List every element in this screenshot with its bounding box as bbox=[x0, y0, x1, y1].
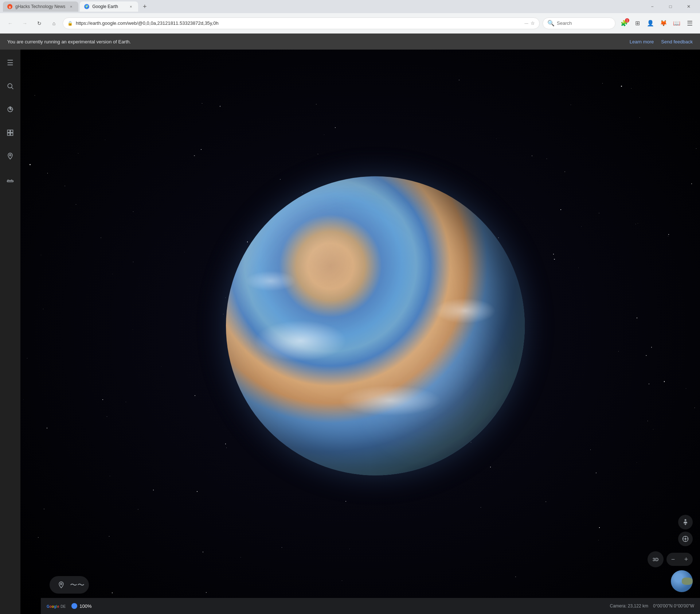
zoom-out-button[interactable]: − bbox=[666, 553, 680, 566]
svg-point-13 bbox=[60, 583, 62, 584]
home-button[interactable]: ⌂ bbox=[48, 18, 60, 29]
bottom-toolbar: 〜〜 bbox=[50, 576, 89, 594]
sidebar-places-button[interactable] bbox=[3, 149, 17, 163]
new-tab-button[interactable]: + bbox=[140, 1, 150, 12]
mini-globe-land bbox=[682, 578, 693, 585]
window-controls: − □ ✕ bbox=[644, 1, 697, 12]
browser-frame: g gHacks Technology News × 🌍 Google Eart… bbox=[0, 0, 700, 614]
earth-clouds bbox=[226, 176, 525, 475]
route-tool-button[interactable]: 〜〜 bbox=[71, 579, 83, 591]
url-bar[interactable]: 🔒 https://earth.google.com/web/@0,0,0a,2… bbox=[63, 18, 540, 29]
svg-point-18 bbox=[685, 538, 686, 539]
search-input[interactable]: Search bbox=[557, 20, 572, 26]
right-controls: 3D − + bbox=[648, 515, 693, 592]
svg-point-7 bbox=[9, 154, 11, 156]
notification-message: You are currently running an experimenta… bbox=[7, 39, 622, 44]
svg-rect-6 bbox=[11, 133, 13, 136]
sidebar-voyager-button[interactable] bbox=[3, 102, 17, 117]
forward-button[interactable]: → bbox=[19, 18, 31, 29]
url-text: https://earth.google.com/web/@0,0,0a,231… bbox=[76, 20, 521, 26]
left-sidebar: ☰ bbox=[0, 50, 20, 614]
loading-percentage: 100% bbox=[79, 603, 91, 609]
tab-google-earth-favicon: 🌍 bbox=[84, 4, 89, 9]
close-button[interactable]: ✕ bbox=[680, 1, 697, 12]
main-content: ☰ bbox=[0, 50, 700, 614]
google-logo-suffix: DE bbox=[60, 605, 66, 609]
coordinates: 0°00'00"N 0°00'00"W bbox=[653, 603, 694, 609]
lock-icon: 🔒 bbox=[67, 21, 73, 26]
sidebar-menu-button[interactable]: ☰ bbox=[3, 55, 17, 70]
minimize-button[interactable]: − bbox=[644, 1, 661, 12]
tab-ghacks-title: gHacks Technology News bbox=[15, 4, 65, 9]
mini-globe[interactable] bbox=[671, 570, 693, 592]
tab-google-earth-close[interactable]: × bbox=[128, 4, 134, 9]
svg-point-14 bbox=[685, 519, 687, 521]
url-actions: ··· ☆ bbox=[524, 20, 535, 26]
toolbar-actions: 🧩 1 ⊞ 👤 🦊 📖 ☰ bbox=[618, 18, 696, 29]
camera-info: Camera: 23,122 km 0°00'00"N 0°00'00"W bbox=[610, 603, 695, 609]
svg-rect-5 bbox=[8, 133, 10, 136]
notification-bar: You are currently running an experimenta… bbox=[0, 34, 700, 50]
zoom-controls: − + bbox=[666, 553, 693, 566]
svg-line-1 bbox=[12, 88, 13, 89]
loading-circle bbox=[71, 603, 77, 609]
more-options-icon[interactable]: ··· bbox=[524, 20, 528, 26]
svg-point-0 bbox=[8, 83, 12, 88]
tab-google-earth-title: Google Earth bbox=[92, 4, 125, 9]
browser-search-bar[interactable]: 🔍 Search bbox=[543, 18, 615, 29]
location-tool-button[interactable] bbox=[55, 579, 67, 591]
compass-button[interactable] bbox=[678, 532, 693, 546]
svg-rect-8 bbox=[7, 180, 13, 182]
earth-view[interactable]: 〜〜 Google DE 100% Camera: 23,122 km 0°00… bbox=[20, 50, 700, 614]
back-button[interactable]: ← bbox=[4, 18, 16, 29]
title-bar: g gHacks Technology News × 🌍 Google Eart… bbox=[0, 0, 700, 13]
pegman-button[interactable] bbox=[678, 515, 693, 529]
learn-more-link[interactable]: Learn more bbox=[630, 39, 654, 44]
pocket-button[interactable]: 📖 bbox=[671, 18, 683, 29]
extensions-button[interactable]: 🧩 1 bbox=[618, 18, 630, 29]
refresh-button[interactable]: ↻ bbox=[34, 18, 45, 29]
send-feedback-link[interactable]: Send feedback bbox=[661, 39, 693, 44]
search-icon: 🔍 bbox=[547, 20, 555, 27]
sidebar-projects-button[interactable] bbox=[3, 125, 17, 140]
tab-google-earth[interactable]: 🌍 Google Earth × bbox=[80, 1, 138, 12]
svg-rect-4 bbox=[11, 130, 13, 133]
sidebar-measure-button[interactable] bbox=[3, 172, 17, 187]
google-logo: Google DE bbox=[47, 603, 66, 609]
address-bar: ← → ↻ ⌂ 🔒 https://earth.google.com/web/@… bbox=[0, 13, 700, 34]
earth-globe bbox=[226, 176, 525, 475]
sync-button[interactable]: ⊞ bbox=[631, 18, 643, 29]
status-bar: Google DE 100% Camera: 23,122 km 0°00'00… bbox=[41, 598, 700, 614]
bookmark-icon[interactable]: ☆ bbox=[531, 20, 535, 26]
tab-ghacks-favicon: g bbox=[7, 4, 12, 9]
profile-button[interactable]: 👤 bbox=[645, 18, 656, 29]
avatar-button[interactable]: 🦊 bbox=[658, 18, 669, 29]
tab-ghacks[interactable]: g gHacks Technology News × bbox=[3, 1, 78, 12]
svg-rect-3 bbox=[8, 130, 10, 133]
tab-ghacks-close[interactable]: × bbox=[68, 4, 74, 9]
zoom-in-button[interactable]: + bbox=[680, 553, 693, 566]
maximize-button[interactable]: □ bbox=[662, 1, 679, 12]
menu-button[interactable]: ☰ bbox=[684, 18, 696, 29]
loading-indicator: 100% bbox=[71, 603, 91, 609]
camera-distance: Camera: 23,122 km bbox=[610, 603, 648, 609]
sidebar-search-button[interactable] bbox=[3, 79, 17, 93]
3d-view-button[interactable]: 3D bbox=[648, 551, 664, 567]
bottom-tool-panel: 〜〜 bbox=[50, 576, 89, 594]
